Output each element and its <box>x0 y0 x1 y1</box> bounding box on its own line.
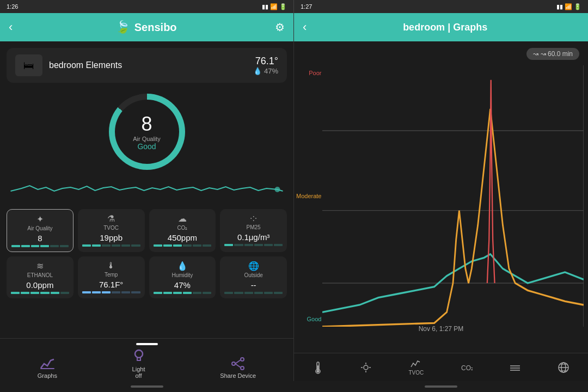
chart-nav-co2[interactable]: CO₂ <box>461 363 473 372</box>
time-left: 1:26 <box>7 3 18 10</box>
graph-title: bedroom | Graphs <box>311 22 579 33</box>
sensor-card-ethanol[interactable]: ≋ ETHANOL 0.0ppm <box>7 256 74 298</box>
sensor-card-temp[interactable]: 🌡 Temp 76.1F° <box>78 256 145 298</box>
svg-point-2 <box>135 350 143 358</box>
device-name: bedroom Elements <box>49 60 247 70</box>
y-label-moderate: Moderate <box>296 193 321 199</box>
app-header: ‹ 🍃 Sensibo ⚙ <box>0 13 293 41</box>
graph-timestamp-container: Nov 6, 1:27 PM <box>294 323 588 333</box>
sensor-temp-value: 76.1F° <box>82 280 140 289</box>
sensor-card-co2[interactable]: ☁ CO₂ 450ppm <box>149 209 216 252</box>
sensor-co2-icon: ☁ <box>154 213 212 224</box>
svg-line-8 <box>235 364 241 367</box>
sensor-grid: ✦ Air Quality 8 ⚗ TVOC 19ppb <box>7 209 287 298</box>
graph-label-text: ↝ 60.0 min <box>541 50 573 58</box>
chart-nav-tvoc[interactable]: TVOC <box>408 359 424 376</box>
device-card[interactable]: 🛏 bedroom Elements 76.1° 💧 47% <box>7 48 287 83</box>
chart-nav-ethanol[interactable] <box>509 363 521 372</box>
chart-tvoc-label: TVOC <box>408 370 424 376</box>
sensor-card-humidity[interactable]: 💧 Humidity 47% <box>149 256 216 298</box>
back-button[interactable]: ‹ <box>9 20 13 34</box>
nav-indicator <box>136 343 158 345</box>
sensor-airquality-bars <box>11 245 69 247</box>
status-bar-right: 1:27 ▮▮ 📶 🔋 <box>294 0 588 13</box>
graph-label-icon: ↝ <box>533 50 538 58</box>
chart-temp-icon <box>313 361 323 374</box>
nav-item-share[interactable]: Share Device <box>211 357 265 379</box>
waveform-svg <box>7 172 287 205</box>
status-bar-left: 1:26 ▮▮ 📶 🔋 <box>0 0 294 13</box>
nav-light-label: Lightoff <box>132 366 145 379</box>
screens-row: ‹ 🍃 Sensibo ⚙ 🛏 bedroom Elements 76.1° 💧… <box>0 13 588 381</box>
chart-nav-temp[interactable] <box>313 361 323 374</box>
time-right: 1:27 <box>301 3 312 10</box>
light-icon <box>132 348 145 364</box>
svg-point-4 <box>241 358 244 361</box>
sensor-pm25-bars <box>224 244 283 246</box>
device-icon: 🛏 <box>15 54 42 76</box>
sensor-outside-bars <box>224 292 283 294</box>
chart-svg <box>322 65 584 327</box>
graph-header: ‹ bedroom | Graphs <box>294 13 588 41</box>
aq-label: Air Quality <box>133 136 161 142</box>
sensor-outside-icon: 🌐 <box>224 261 283 271</box>
chart-co2-wrapper: CO₂ <box>461 363 473 372</box>
svg-point-6 <box>232 362 235 365</box>
y-label-good: Good <box>307 316 322 322</box>
waveform-container <box>7 172 287 205</box>
sensor-tvoc-bars <box>82 244 140 247</box>
nav-items: Graphs Lightoff <box>0 348 293 379</box>
status-icons-left: ▮▮ 📶 🔋 <box>262 3 287 10</box>
device-temp: 76.1° <box>253 56 278 67</box>
chart-nav-outside[interactable] <box>558 362 569 373</box>
sensor-co2-bars <box>154 244 212 247</box>
sensor-humidity-bars <box>154 292 212 294</box>
device-humidity: 💧 47% <box>253 67 278 75</box>
app-title: Sensibo <box>134 21 177 34</box>
chart-outside-icon <box>558 362 569 373</box>
aq-circle-container: 8 Air Quality Good <box>0 94 293 170</box>
sensor-co2-value: 450ppm <box>154 233 212 242</box>
sensor-outside-value: -- <box>224 280 283 290</box>
sensor-airquality-icon: ✦ <box>11 214 69 224</box>
device-stats: 76.1° 💧 47% <box>253 56 278 75</box>
svg-text:CO₂: CO₂ <box>461 364 473 372</box>
aq-number: 8 <box>141 113 152 136</box>
sensor-card-airquality[interactable]: ✦ Air Quality 8 <box>7 209 74 252</box>
svg-line-7 <box>235 360 241 364</box>
sensor-airquality-label: Air Quality <box>11 225 69 231</box>
sensor-ethanol-bars <box>11 292 69 294</box>
sensor-card-outside[interactable]: 🌐 Outside -- <box>220 256 287 298</box>
sensor-ethanol-label: ETHANOL <box>11 272 69 278</box>
sensor-ethanol-icon: ≋ <box>11 261 69 271</box>
sensibo-leaf-icon: 🍃 <box>115 20 130 34</box>
chart-co2-icon: CO₂ <box>461 363 473 372</box>
gear-icon[interactable]: ⚙ <box>275 21 285 34</box>
graph-timestamp: Nov 6, 1:27 PM <box>419 325 464 333</box>
sensor-airquality-value: 8 <box>11 234 69 243</box>
nav-item-graphs[interactable]: Graphs <box>29 357 66 379</box>
home-indicator-left <box>0 381 294 392</box>
home-indicator-right <box>294 381 588 392</box>
chart-aq-icon <box>360 362 372 373</box>
status-icons-right: ▮▮ 📶 🔋 <box>556 3 581 10</box>
sensor-tvoc-value: 19ppb <box>82 233 140 242</box>
sensor-tvoc-label: TVOC <box>82 225 140 231</box>
sensor-pm25-value: 0.1μg/m³ <box>224 232 283 242</box>
chart-nav: TVOC CO₂ <box>294 353 588 381</box>
chart-nav-aq[interactable] <box>360 362 372 373</box>
sensor-tvoc-icon: ⚗ <box>82 213 140 224</box>
sensor-card-pm25[interactable]: ·:· PM25 0.1μg/m³ <box>220 209 287 252</box>
graph-label-btn[interactable]: ↝ ↝ 60.0 min <box>526 48 579 60</box>
screen-right: ‹ bedroom | Graphs ↝ ↝ 60.0 min Poor Mod… <box>294 13 588 381</box>
sensor-outside-label: Outside <box>224 272 283 278</box>
aq-status: Good <box>137 142 156 151</box>
nav-item-light[interactable]: Lightoff <box>124 348 154 379</box>
graphs-icon <box>40 357 55 370</box>
y-labels: Poor Moderate Good <box>296 65 321 327</box>
sensor-pm25-icon: ·:· <box>224 213 283 223</box>
sensor-card-tvoc[interactable]: ⚗ TVOC 19ppb <box>78 209 145 252</box>
graph-back-button[interactable]: ‹ <box>303 20 307 34</box>
chart-ethanol-icon <box>509 363 521 372</box>
screen-left: ‹ 🍃 Sensibo ⚙ 🛏 bedroom Elements 76.1° 💧… <box>0 13 294 381</box>
